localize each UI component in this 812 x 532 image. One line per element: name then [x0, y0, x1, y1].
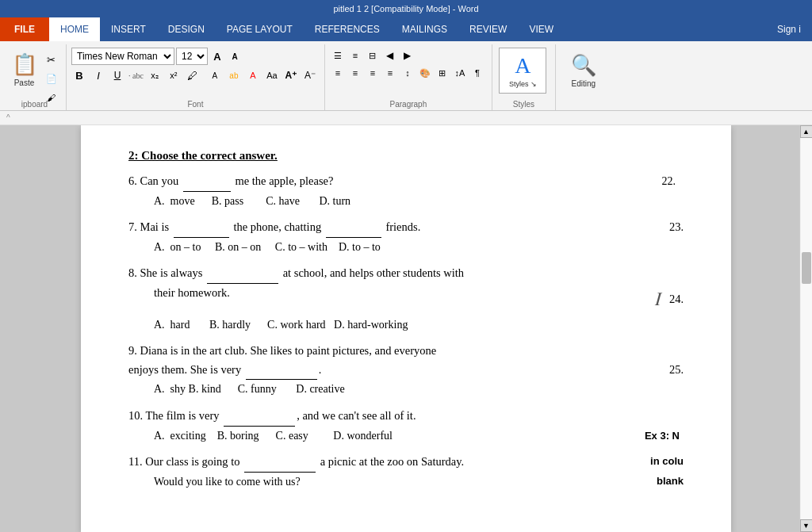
sort-button[interactable]: ↕A: [452, 65, 468, 81]
question-10-answers: A. exciting B. boring C. easy D. wonderf…: [128, 427, 684, 445]
tab-mailings[interactable]: MAILINGS: [391, 17, 458, 41]
blank-11: [244, 453, 316, 473]
question-8-text2: their homework.: [154, 284, 230, 316]
shading-button[interactable]: 🎨: [417, 65, 433, 81]
blank-9: [246, 361, 317, 381]
ribbon-tabs: FILE HOME INSERT DESIGN PAGE LAYOUT REFE…: [0, 17, 812, 41]
outdent-button[interactable]: ◀: [382, 48, 398, 63]
copy-button[interactable]: 📄: [43, 70, 60, 87]
font-section: Times New Roman 12 A A B I U · abc x₂ x²…: [67, 44, 325, 110]
blank-8: [207, 264, 278, 284]
text-highlight-button[interactable]: ab: [226, 67, 242, 83]
cut-button[interactable]: ✂: [43, 51, 60, 68]
font-label: Font: [187, 100, 203, 109]
show-formatting-button[interactable]: ¶: [469, 65, 485, 81]
title-text: pitled 1 2 [Compatibility Mode] - Word: [333, 4, 478, 13]
ribbon-body: 📋 Paste ✂ 📄 🖌 ipboard Times New Roman 12…: [0, 41, 812, 111]
styles-a-icon: A: [515, 53, 530, 78]
question-11: 11. Our class is going to a picnic at th…: [128, 453, 684, 491]
ex3-label: Ex 3: N: [645, 430, 680, 442]
blank-6: [183, 172, 231, 192]
question-11-answers: Would you like to come with us? blank: [128, 473, 684, 491]
question-6-answers: A. move B. pass C. have D. turn: [128, 192, 684, 210]
cursor-i: 𝐼: [655, 284, 661, 316]
question-7-answers: A. on – to B. on – on C. to – with D. to…: [128, 238, 684, 256]
tab-view[interactable]: VIEW: [518, 17, 565, 41]
align-right-button[interactable]: ≡: [365, 65, 381, 81]
tab-insert[interactable]: INSERT: [100, 17, 157, 41]
italic-button[interactable]: I: [90, 67, 106, 83]
underline-button[interactable]: U: [109, 67, 125, 83]
blank-7b: [326, 218, 381, 238]
question-10: 10. The film is very , and we can't see …: [128, 407, 684, 445]
decrease-font-button[interactable]: A: [227, 48, 243, 64]
question-8-cont: their homework. 𝐼 24.: [128, 284, 684, 316]
editing-section: 🔍 Editing: [556, 44, 613, 110]
binoculars-icon: 🔍: [571, 53, 596, 78]
numbered-list-button[interactable]: ≡: [347, 48, 363, 63]
question-8-answers: A. hard B. hardly C. work hard D. hard-w…: [128, 316, 684, 334]
border-button[interactable]: ⊞: [435, 65, 450, 81]
font-color-button[interactable]: A: [245, 67, 261, 83]
font-size-select[interactable]: 12: [176, 48, 208, 65]
tab-design[interactable]: DESIGN: [157, 17, 216, 41]
question-8-text: 8. She is always at school, and helps ot…: [128, 264, 684, 284]
question-9-answers: A. shy B. kind C. funny D. creative: [128, 380, 684, 398]
question-6: 6. Can you me the apple, please? 22. A. …: [128, 172, 684, 210]
styles-button[interactable]: A Styles ↘: [499, 48, 546, 94]
clipboard-label: ipboard: [21, 100, 48, 109]
section-header: 2: Choose the correct answer.: [128, 149, 684, 163]
strikethrough-label: · abc: [128, 71, 144, 80]
align-left-button[interactable]: ≡: [330, 65, 346, 81]
ruler-bar: ^: [0, 111, 812, 125]
blank-10: [224, 407, 295, 427]
question-9-text: 9. Diana is in the art club. She likes t…: [128, 342, 684, 361]
font-name-select[interactable]: Times New Roman: [71, 48, 174, 65]
justify-button[interactable]: ≡: [382, 65, 398, 81]
tab-file[interactable]: FILE: [0, 17, 49, 41]
number-25: 25.: [669, 361, 684, 381]
increase-font-button[interactable]: A: [209, 48, 225, 64]
question-10-text: 10. The film is very , and we can't see …: [128, 407, 684, 427]
shrink-font-button[interactable]: A⁻: [302, 67, 318, 83]
question-7: 7. Mai is the phone, chatting friends. 2…: [128, 218, 684, 256]
question-8: 8. She is always at school, and helps ot…: [128, 264, 684, 334]
ruler-expand-btn[interactable]: ^: [6, 113, 10, 122]
styles-label: Styles: [513, 100, 534, 109]
doc-area: 2: Choose the correct answer. 6. Can you…: [0, 125, 812, 532]
scroll-down-button[interactable]: ▼: [800, 519, 813, 532]
question-6-text: 6. Can you me the apple, please? 22.: [128, 172, 684, 192]
editing-button[interactable]: 🔍 Editing: [561, 48, 607, 94]
number-24: 24.: [669, 290, 684, 309]
question-9: 9. Diana is in the art club. She likes t…: [128, 342, 684, 399]
multilevel-list-button[interactable]: ⊟: [365, 48, 381, 63]
text-effects-button[interactable]: A: [207, 67, 223, 83]
question-7-text: 7. Mai is the phone, chatting friends. 2…: [128, 218, 684, 238]
scroll-track[interactable]: [801, 138, 812, 519]
indent-button[interactable]: ▶: [400, 48, 416, 63]
highlight-button[interactable]: 🖊: [185, 67, 201, 83]
paste-button[interactable]: 📋 Paste: [8, 48, 41, 92]
tab-home[interactable]: HOME: [49, 17, 100, 41]
blank-7a: [174, 218, 229, 238]
tab-references[interactable]: REFERENCES: [304, 17, 391, 41]
scroll-thumb[interactable]: [802, 252, 811, 284]
number-22: 22.: [662, 172, 676, 190]
align-center-button[interactable]: ≡: [347, 65, 363, 81]
tab-sign[interactable]: Sign i: [766, 24, 812, 35]
subscript-button[interactable]: x₂: [147, 67, 163, 83]
line-spacing-button[interactable]: ↕: [400, 65, 416, 81]
superscript-button[interactable]: x²: [166, 67, 182, 83]
tab-review[interactable]: REVIEW: [458, 17, 518, 41]
tab-page-layout[interactable]: PAGE LAYOUT: [216, 17, 304, 41]
styles-sub-label: Styles ↘: [509, 80, 537, 88]
scroll-up-button[interactable]: ▲: [800, 125, 813, 138]
ex3-sub2: blank: [657, 473, 684, 491]
question-9-cont: enjoys them. She is very . 25.: [128, 361, 684, 381]
ex3-sub1: in colu: [650, 453, 684, 473]
styles-section: A Styles ↘ Styles: [492, 44, 556, 110]
bold-button[interactable]: B: [71, 67, 87, 83]
grow-font-button[interactable]: A⁺: [283, 67, 299, 83]
bullets-button[interactable]: ☰: [330, 48, 346, 63]
aa-button[interactable]: Aa: [264, 67, 280, 83]
